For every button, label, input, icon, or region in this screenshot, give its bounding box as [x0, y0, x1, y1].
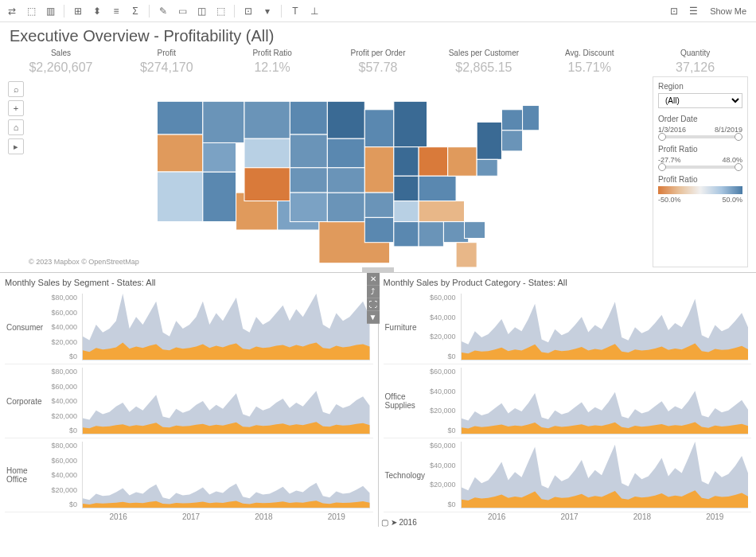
orderdate-slider[interactable]: [658, 135, 742, 138]
group-icon[interactable]: ⊞: [71, 4, 85, 18]
svg-rect-33: [448, 147, 477, 177]
svg-rect-16: [327, 193, 364, 222]
svg-rect-9: [244, 168, 290, 201]
svg-rect-28: [394, 222, 419, 247]
cards-icon[interactable]: ☰: [686, 4, 700, 18]
kpi-card: Profit per Order$57.78: [327, 49, 430, 75]
share-icon[interactable]: ⤴: [367, 286, 380, 298]
dashboard-title: Executive Overview - Profitability (All): [0, 22, 756, 47]
row-label: Consumer: [5, 290, 49, 364]
svg-rect-40: [523, 106, 540, 130]
labels-icon[interactable]: ▭: [175, 4, 189, 18]
chart-row: Office Supplies$60,000$40,000$20,000$0: [384, 364, 752, 438]
x-tick: 2017: [154, 512, 227, 525]
svg-rect-36: [456, 243, 477, 267]
svg-rect-1: [157, 134, 202, 172]
kpi-card: Sales per Customer$2,865.15: [432, 49, 535, 75]
sort-icon[interactable]: ⬍: [90, 4, 104, 18]
svg-rect-27: [394, 201, 419, 222]
plot-area[interactable]: $80,000$60,000$40,000$20,000$0: [49, 290, 373, 364]
filter-icon[interactable]: ▼: [367, 311, 380, 324]
x-tick: 2018: [606, 512, 678, 525]
kpi-label: Sales per Customer: [432, 49, 535, 57]
svg-rect-2: [157, 172, 202, 222]
svg-rect-12: [290, 134, 327, 168]
svg-rect-38: [501, 110, 522, 130]
show-me-button[interactable]: Show Me: [705, 5, 751, 18]
present-icon[interactable]: ⊡: [667, 4, 681, 18]
kpi-card: Avg. Discount15.71%: [538, 49, 641, 75]
svg-rect-20: [364, 110, 394, 147]
kpi-value: $274,170: [115, 60, 218, 75]
svg-rect-37: [477, 122, 501, 159]
profitratio-label: Profit Ratio: [658, 145, 742, 154]
plot-area[interactable]: $60,000$40,000$20,000$0: [427, 438, 752, 512]
kpi-card: Profit$274,170: [115, 49, 218, 75]
plot-area[interactable]: $80,000$60,000$40,000$20,000$0: [49, 438, 373, 512]
category-chart: Monthly Sales by Product Category - Stat…: [379, 273, 757, 527]
x-tick: 2019: [300, 512, 372, 525]
search-icon[interactable]: ⌕: [8, 81, 24, 97]
chart-row: Consumer$80,000$60,000$40,000$20,000$0: [5, 290, 373, 364]
svg-rect-35: [465, 222, 485, 239]
home-icon[interactable]: ⌂: [8, 119, 24, 135]
kpi-label: Profit: [115, 49, 218, 57]
kpi-value: $2,260,607: [10, 60, 112, 75]
totals-icon[interactable]: ≡: [109, 4, 123, 18]
svg-rect-11: [290, 101, 327, 134]
orderdate-label: Order Date: [658, 115, 742, 123]
fit-icon[interactable]: ⊡: [241, 4, 255, 18]
region-select[interactable]: (All): [658, 93, 742, 108]
svg-rect-25: [394, 147, 419, 177]
row-label: Corporate: [5, 364, 49, 438]
plot-area[interactable]: $60,000$40,000$20,000$0: [427, 364, 752, 438]
map[interactable]: © 2023 Mapbox © OpenStreetMap: [27, 76, 653, 267]
svg-rect-21: [364, 147, 394, 193]
x-tick: 2016: [82, 512, 154, 525]
lines-icon[interactable]: ⊥: [307, 4, 321, 18]
close-icon[interactable]: ✕: [367, 273, 380, 286]
x-tick: 2019: [679, 512, 751, 525]
profitratio-slider[interactable]: [658, 166, 742, 169]
sigma-icon[interactable]: Σ: [128, 4, 142, 18]
format-icon[interactable]: ⬚: [213, 4, 228, 18]
year-toggle[interactable]: ▢ ➤ 2016: [381, 518, 417, 527]
segment-chart-title: Monthly Sales by Segment - States: All: [5, 275, 373, 290]
chart-row: Technology$60,000$40,000$20,000$0: [384, 438, 752, 512]
filter-panel: Region (All) Order Date 1/3/20168/1/2019…: [653, 76, 748, 267]
legend-label: Profit Ratio: [658, 175, 742, 184]
kpi-value: 37,126: [644, 60, 746, 75]
plot-area[interactable]: $80,000$60,000$40,000$20,000$0: [49, 364, 373, 438]
svg-rect-31: [419, 201, 464, 222]
highlight-icon[interactable]: ✎: [156, 4, 170, 18]
svg-rect-3: [203, 172, 236, 222]
row-label: Technology: [384, 438, 427, 512]
plot-area[interactable]: $60,000$40,000$20,000$0: [427, 290, 752, 364]
kpi-card: Quantity37,126: [644, 49, 746, 75]
map-attribution: © 2023 Mapbox © OpenStreetMap: [29, 258, 139, 266]
sort-desc-icon[interactable]: ▥: [43, 4, 57, 18]
play-icon[interactable]: ▸: [8, 138, 24, 154]
svg-rect-17: [327, 101, 364, 138]
maximize-icon[interactable]: ⛶: [367, 298, 380, 311]
text-icon[interactable]: T: [288, 4, 302, 18]
svg-rect-24: [394, 101, 427, 146]
kpi-label: Sales: [10, 49, 112, 57]
svg-rect-5: [203, 142, 236, 172]
kpi-card: Profit Ratio12.1%: [221, 49, 324, 75]
x-tick: 2017: [533, 512, 606, 525]
region-label: Region: [658, 82, 742, 91]
svg-rect-39: [501, 130, 522, 151]
category-chart-title: Monthly Sales by Product Category - Stat…: [384, 275, 752, 290]
svg-rect-0: [157, 101, 202, 134]
swap-icon[interactable]: ⇄: [5, 4, 19, 18]
svg-rect-22: [364, 193, 394, 217]
sort-asc-icon[interactable]: ⬚: [24, 4, 38, 18]
svg-rect-23: [364, 217, 394, 242]
annotate-icon[interactable]: ◫: [194, 4, 208, 18]
x-tick: 2018: [228, 512, 300, 525]
svg-rect-7: [244, 101, 290, 138]
dropdown-icon[interactable]: ▾: [260, 4, 275, 18]
kpi-label: Profit per Order: [327, 49, 430, 57]
zoom-in-icon[interactable]: +: [8, 100, 24, 116]
